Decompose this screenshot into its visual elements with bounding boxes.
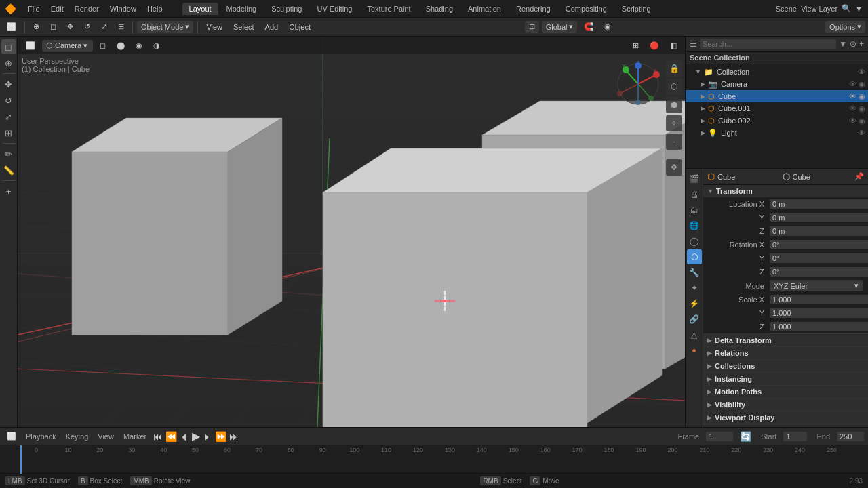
transform-tool-btn[interactable]: ⊞ bbox=[1, 125, 16, 140]
tab-shading[interactable]: Shading bbox=[419, 3, 460, 15]
tab-modeling[interactable]: Modeling bbox=[220, 3, 264, 15]
location-y-input[interactable] bbox=[770, 213, 868, 222]
transform-global-btn[interactable]: Global ▾ bbox=[542, 21, 578, 33]
prop-output-btn[interactable]: 🖨 bbox=[687, 187, 702, 202]
location-x-input[interactable] bbox=[770, 199, 868, 209]
tab-compositing[interactable]: Compositing bbox=[559, 3, 614, 15]
prev-key-btn[interactable]: ⏴ bbox=[180, 431, 189, 442]
tab-sculpting[interactable]: Sculpting bbox=[264, 3, 309, 15]
outliner-item-cube[interactable]: ▶ ⬡ Cube 👁 ◉ bbox=[686, 90, 868, 102]
outliner-sync-icon[interactable]: ⊙ bbox=[850, 39, 856, 49]
prop-world-btn[interactable]: ◯ bbox=[687, 234, 702, 249]
grab-btn[interactable]: ✥ bbox=[63, 21, 77, 33]
camera-eye-icon[interactable]: 👁 bbox=[849, 80, 856, 89]
object-menu-btn[interactable]: Object bbox=[285, 22, 315, 33]
timeline-body[interactable]: 0 10 20 30 40 50 60 70 80 90 100 110 120… bbox=[0, 445, 868, 474]
scale-btn[interactable]: ⤢ bbox=[97, 21, 111, 33]
scale-z-input[interactable] bbox=[770, 322, 868, 331]
prop-constraints-btn[interactable]: 🔗 bbox=[687, 312, 702, 327]
loop-icon[interactable]: 🔄 bbox=[740, 431, 751, 442]
delta-transform-header[interactable]: ▶ Delta Transform bbox=[703, 334, 868, 346]
vp-zoom-out-btn[interactable]: - bbox=[666, 134, 682, 150]
outliner-item-camera[interactable]: ▶ 📷 Camera 👁 ◉ bbox=[686, 78, 868, 90]
outliner-search[interactable] bbox=[700, 39, 836, 49]
viewport-overlays-btn[interactable]: 🔴 bbox=[646, 40, 663, 52]
move-tool-btn[interactable]: ✥ bbox=[1, 77, 16, 92]
outliner-item-collection[interactable]: ▼ 📁 Collection 👁 bbox=[686, 66, 868, 78]
jump-start-btn[interactable]: ⏮ bbox=[153, 431, 163, 442]
measure-btn[interactable]: 📏 bbox=[1, 163, 16, 178]
jump-end-btn[interactable]: ⏭ bbox=[229, 431, 239, 442]
view-btn-tl[interactable]: View bbox=[95, 432, 117, 441]
viewport-shading-wire[interactable]: ◻ bbox=[96, 40, 110, 52]
motion-paths-header[interactable]: ▶ Motion Paths bbox=[703, 386, 868, 398]
select-tool-btn[interactable]: ◻ bbox=[1, 39, 16, 54]
tab-uv-editing[interactable]: UV Editing bbox=[310, 3, 359, 15]
viewport-shading-render[interactable]: ◑ bbox=[149, 40, 164, 52]
rotate-btn[interactable]: ↺ bbox=[80, 21, 94, 33]
menu-render[interactable]: Render bbox=[70, 3, 104, 14]
menu-edit[interactable]: Edit bbox=[46, 3, 68, 14]
prop-object-btn[interactable]: ⬡ bbox=[687, 249, 702, 264]
menu-help[interactable]: Help bbox=[142, 3, 167, 14]
scale-x-input[interactable] bbox=[770, 295, 868, 304]
rotate-tool-btn[interactable]: ↺ bbox=[1, 93, 16, 108]
viewport-gizmo[interactable]: X Y Z bbox=[614, 60, 662, 108]
tab-texture-paint[interactable]: Texture Paint bbox=[360, 3, 417, 15]
cube002-render-icon[interactable]: ◉ bbox=[859, 117, 865, 125]
viewport-shading-solid[interactable]: ⬤ bbox=[113, 40, 129, 52]
cube-eye-icon[interactable]: 👁 bbox=[849, 92, 856, 101]
cursor-btn[interactable]: ⊕ bbox=[29, 21, 43, 33]
prop-data-btn[interactable]: △ bbox=[687, 327, 702, 342]
tab-animation[interactable]: Animation bbox=[461, 3, 508, 15]
options-btn[interactable]: Options ▾ bbox=[825, 21, 865, 33]
menu-window[interactable]: Window bbox=[105, 3, 141, 14]
camera-render-icon[interactable]: ◉ bbox=[859, 80, 865, 89]
rotation-y-input[interactable] bbox=[770, 253, 868, 263]
transform-section-header[interactable]: ▼ Transform bbox=[703, 185, 868, 197]
marker-btn[interactable]: Marker bbox=[121, 432, 149, 441]
rotation-mode-dropdown[interactable]: XYZ Euler ▾ bbox=[770, 280, 863, 291]
tab-scripting[interactable]: Scripting bbox=[615, 3, 658, 15]
end-frame-input[interactable] bbox=[837, 432, 864, 441]
prop-scene-btn[interactable]: 🌐 bbox=[687, 218, 702, 233]
editor-type-btn[interactable]: ⬜ bbox=[3, 21, 20, 33]
cube001-eye-icon[interactable]: 👁 bbox=[849, 104, 856, 113]
viewport[interactable]: ⬜ ⬡ Camera ▾ ◻ ⬤ ◉ ◑ ⊞ 🔴 ◧ User Perspect… bbox=[18, 37, 685, 427]
prop-modifier-btn[interactable]: 🔧 bbox=[687, 265, 702, 280]
transform-btn[interactable]: ⊞ bbox=[114, 21, 128, 33]
vp-ortho-btn[interactable]: ⬢ bbox=[666, 97, 682, 113]
blender-logo[interactable]: 🔶 bbox=[0, 0, 20, 18]
vp-lock-btn[interactable]: 🔒 bbox=[666, 60, 682, 77]
object-mode-dropdown[interactable]: Object Mode ▾ bbox=[137, 21, 193, 33]
filter-icon[interactable]: ▼ bbox=[855, 5, 863, 13]
add-btn[interactable]: Add bbox=[261, 22, 283, 33]
custom-properties-header[interactable]: ▶ Custom Properties bbox=[703, 424, 868, 427]
canvas-area[interactable]: ⬜ ⬡ Camera ▾ ◻ ⬤ ◉ ◑ ⊞ 🔴 ◧ User Perspect… bbox=[18, 37, 685, 427]
timeline-editor-icon[interactable]: ⬜ bbox=[4, 431, 19, 441]
search-icon[interactable]: 🔍 bbox=[842, 4, 851, 13]
start-frame-input[interactable] bbox=[783, 432, 807, 441]
viewport-editor-btn[interactable]: ⬜ bbox=[22, 40, 39, 52]
outliner-new-icon[interactable]: + bbox=[859, 39, 864, 49]
prop-particles-btn[interactable]: ✦ bbox=[687, 281, 702, 296]
add-object-btn[interactable]: + bbox=[1, 184, 16, 199]
rotation-z-input[interactable] bbox=[770, 267, 868, 277]
vp-perspective-btn[interactable]: ⬡ bbox=[666, 79, 682, 95]
cube002-eye-icon[interactable]: 👁 bbox=[849, 117, 856, 125]
cursor-tool-btn[interactable]: ⊕ bbox=[1, 56, 16, 70]
prev-frame-btn[interactable]: ⏪ bbox=[165, 431, 177, 442]
outliner-item-cube001[interactable]: ▶ ⬡ Cube.001 👁 ◉ bbox=[686, 102, 868, 115]
collections-header[interactable]: ▶ Collections bbox=[703, 360, 868, 372]
annotate-btn[interactable]: ✏ bbox=[1, 146, 16, 161]
menu-file[interactable]: File bbox=[23, 3, 45, 14]
scale-y-input[interactable] bbox=[770, 308, 868, 318]
vp-grab-hand-btn[interactable]: ✥ bbox=[666, 159, 682, 176]
play-btn[interactable]: ▶ bbox=[192, 430, 200, 443]
viewport-perspective-btn[interactable]: ⬡ Camera ▾ bbox=[42, 40, 93, 52]
prop-pin-icon[interactable]: 📌 bbox=[854, 172, 864, 181]
viewport-display-header[interactable]: ▶ Viewport Display bbox=[703, 411, 868, 424]
prop-material-btn[interactable]: ● bbox=[687, 343, 702, 358]
rotation-x-input[interactable] bbox=[770, 240, 868, 249]
viewport-gizmos-btn[interactable]: ⊞ bbox=[629, 40, 643, 52]
